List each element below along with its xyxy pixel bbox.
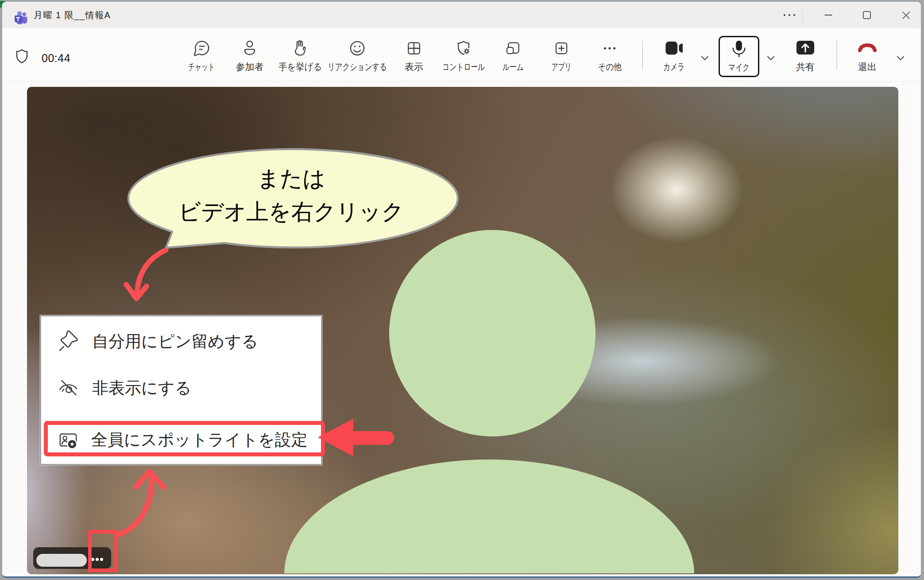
toolbar-button-label: マイク (728, 62, 750, 73)
leave-chevron-icon[interactable] (895, 52, 906, 66)
toolbar-button-label: カメラ (663, 61, 684, 73)
chat-button[interactable]: チャット (179, 31, 224, 78)
view-grid-icon (404, 31, 424, 58)
menu-item-label: 自分用にピン留めする (92, 331, 258, 353)
toolbar-button-label: 表示 (405, 61, 423, 73)
teams-meeting-window: 月曜 1 限__情報A 00:44 チャット 参加者 手を挙げる (2, 1, 921, 578)
participants-button[interactable]: 参加者 (228, 31, 272, 78)
rooms-button[interactable]: ルーム (491, 31, 535, 78)
toolbar-button-label: 退出 (858, 61, 877, 73)
more-dots-icon (600, 31, 619, 58)
rooms-icon (503, 31, 523, 58)
menu-item-pin[interactable]: 自分用にピン留めする (57, 326, 305, 357)
mic-chevron-icon[interactable] (765, 52, 777, 66)
control-button[interactable]: コントロール (441, 31, 486, 78)
close-button[interactable] (893, 2, 918, 28)
meeting-toolbar: 00:44 チャット 参加者 手を挙げる リアクションする 表示 (2, 28, 921, 82)
shield-gear-icon (454, 31, 473, 58)
menu-item-hide[interactable]: 非表示にする (57, 373, 305, 404)
toolbar-button-label: ルーム (503, 61, 524, 73)
toolbar-button-label: 共有 (796, 61, 815, 73)
toolbar-divider (642, 41, 643, 70)
shield-icon (16, 49, 28, 66)
toolbar-button-label: リアクションする (328, 61, 387, 73)
title-bar: 月曜 1 限__情報A (2, 2, 921, 28)
react-icon (348, 31, 367, 58)
more-button[interactable]: その他 (588, 31, 632, 78)
mic-icon (729, 32, 749, 58)
desktop: 月曜 1 限__情報A 00:44 チャット 参加者 手を挙げる (0, 0, 924, 580)
participants-icon (240, 31, 259, 58)
bubble-line2: ビデオ上を右クリック (127, 195, 456, 229)
menu-item-label: 非表示にする (92, 377, 192, 399)
react-button[interactable]: リアクションする (335, 31, 379, 78)
participant-name-redacted (36, 554, 87, 567)
speech-bubble-text: または ビデオ上を右クリック (127, 162, 456, 229)
toolbar-button-label: アプリ (551, 61, 571, 73)
annotation-highlight-rect (44, 421, 325, 456)
eye-off-icon (57, 377, 80, 400)
chat-icon (192, 31, 211, 58)
minimize-icon (824, 11, 833, 19)
participant-video[interactable]: 自分用にピン留めする 非表示にする 全員にスポットライトを設定 (27, 87, 898, 574)
toolbar-divider (836, 41, 837, 70)
toolbar-button-label: 参加者 (236, 61, 264, 73)
toolbar-button-label: コントロール (442, 61, 485, 73)
mic-button[interactable]: マイク (719, 32, 759, 79)
titlebar-more-button[interactable] (777, 2, 802, 28)
pin-icon (57, 330, 80, 353)
apps-button[interactable]: アプリ (539, 31, 584, 78)
apps-plus-icon (552, 31, 571, 58)
meeting-timer: 00:44 (42, 52, 70, 65)
camera-button[interactable]: カメラ (652, 31, 696, 78)
raise-hand-icon (290, 31, 310, 58)
share-button[interactable]: 共有 (783, 31, 827, 78)
toolbar-button-label: 手を挙げる (278, 61, 322, 73)
maximize-icon (862, 11, 871, 19)
window-title: 月曜 1 限__情報A (34, 2, 111, 28)
camera-icon (664, 31, 684, 58)
titlebar-divider (802, 11, 803, 23)
teams-logo-icon (14, 11, 28, 26)
ellipsis-icon (783, 13, 796, 17)
leave-call-icon (857, 31, 878, 58)
camera-chevron-icon[interactable] (699, 52, 711, 66)
maximize-button[interactable] (854, 2, 879, 28)
share-icon (796, 31, 815, 58)
minimize-button[interactable] (816, 2, 841, 28)
toolbar-button-label: その他 (598, 61, 622, 73)
raise-hand-button[interactable]: 手を挙げる (278, 31, 322, 78)
close-icon (901, 11, 911, 20)
toolbar-button-label: チャット (188, 61, 215, 73)
leave-button[interactable]: 退出 (845, 31, 889, 78)
annotation-highlight-box (88, 530, 118, 572)
meeting-stage: 自分用にピン留めする 非表示にする 全員にスポットライトを設定 (2, 82, 921, 577)
bubble-line1: または (127, 162, 456, 195)
view-button[interactable]: 表示 (392, 31, 436, 78)
